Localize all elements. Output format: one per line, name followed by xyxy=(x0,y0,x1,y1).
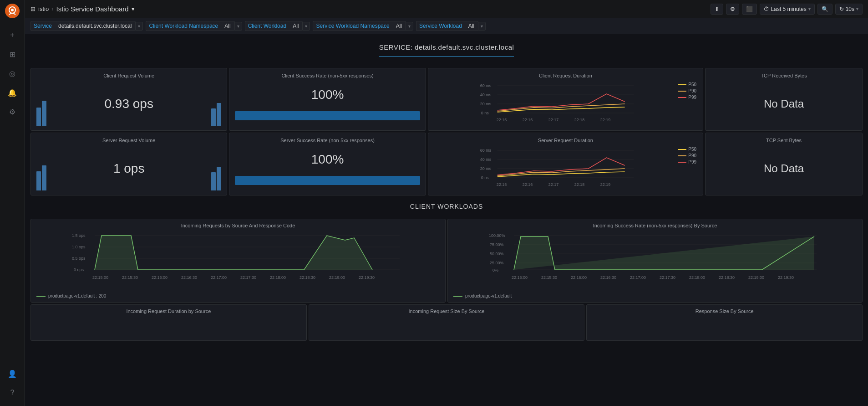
sidebar-item-explore[interactable]: ◎ xyxy=(4,65,20,82)
client-request-volume-value: 0.93 ops xyxy=(104,97,153,111)
refresh-interval-label: 10s xyxy=(846,6,854,12)
service-filter-chevron[interactable]: ▾ xyxy=(136,22,143,31)
client-workload-ns-label: Client Workload Namespace xyxy=(146,21,221,31)
sidebar-item-configuration[interactable]: ⚙ xyxy=(4,103,20,120)
breadcrumb-dashboard: Istio Service Dashboard xyxy=(56,5,128,13)
client-workload-label: Client Workload xyxy=(245,21,289,31)
service-workload-chevron[interactable]: ▾ xyxy=(478,22,486,31)
breadcrumb-app: ⊞ xyxy=(30,5,36,12)
gear-icon: ⚙ xyxy=(730,6,735,12)
response-size-card: Response Size By Source xyxy=(586,304,863,341)
incoming-success-legend-label: productpage-v1.default xyxy=(465,293,512,298)
incoming-requests-title: Incoming Requests by Source And Response… xyxy=(36,223,440,228)
legend-line-p90 xyxy=(678,91,686,92)
client-workload-ns-chevron[interactable]: ▾ xyxy=(235,22,242,31)
sidebar: + ⊞ ◎ 🔔 ⚙ 👤 ? xyxy=(0,0,25,406)
server-request-volume-body: 1 ops xyxy=(36,147,221,190)
time-range-chevron: ▾ xyxy=(808,6,811,11)
refresh-icon: ↻ xyxy=(839,6,844,12)
svg-text:40 ms: 40 ms xyxy=(480,93,491,97)
legend-line-p99 xyxy=(678,97,686,98)
sidebar-item-dashboards[interactable]: ⊞ xyxy=(4,46,20,62)
svg-text:22:19:00: 22:19:00 xyxy=(748,275,764,280)
svg-text:22:15:30: 22:15:30 xyxy=(541,275,557,280)
server-legend-p50: P50 xyxy=(678,147,696,152)
svg-text:0 ns: 0 ns xyxy=(481,111,489,115)
incoming-requests-svg: 1.5 ops 1.0 ops 0.5 ops 0 ops 22:15:00 2… xyxy=(36,231,440,290)
svg-marker-47 xyxy=(95,236,372,270)
spark-bar xyxy=(42,101,46,126)
svg-text:22:17:00: 22:17:00 xyxy=(211,275,227,280)
sidebar-item-alerting[interactable]: 🔔 xyxy=(4,84,20,101)
breadcrumb-separator: › xyxy=(51,5,53,12)
svg-text:60 ms: 60 ms xyxy=(480,148,491,153)
time-range-button[interactable]: ⏱ Last 5 minutes ▾ xyxy=(760,4,815,15)
clock-icon: ⏱ xyxy=(764,6,769,12)
svg-text:50.00%: 50.00% xyxy=(490,252,504,256)
sidebar-item-user[interactable]: 👤 xyxy=(4,365,20,382)
settings-button[interactable]: ⚙ xyxy=(726,4,739,15)
server-legend-p99: P99 xyxy=(678,159,696,164)
svg-text:22:15: 22:15 xyxy=(496,182,507,187)
svg-text:22:18:00: 22:18:00 xyxy=(689,275,705,280)
server-request-volume-title: Server Request Volume xyxy=(36,138,221,143)
spark-bar xyxy=(217,103,221,126)
client-duration-svg: 60 ms 40 ms 20 ms 0 ns 22:15 22:16 22:17… xyxy=(434,81,697,124)
dashboard-menu-chevron[interactable]: ▾ xyxy=(132,5,135,12)
server-request-duration-title: Server Request Duration xyxy=(434,138,697,143)
dashboard-content: SERVICE: details.default.svc.cluster.loc… xyxy=(25,34,868,406)
tcp-received-body: No Data xyxy=(711,82,857,126)
incoming-requests-legend-label: productpage-v1.default : 200 xyxy=(48,293,106,298)
tv-icon: ⬛ xyxy=(746,6,753,12)
svg-marker-68 xyxy=(514,236,814,270)
service-workload-ns-chevron[interactable]: ▾ xyxy=(406,22,413,31)
svg-point-2 xyxy=(11,9,14,11)
incoming-success-legend: productpage-v1.default xyxy=(453,293,857,298)
client-workload-ns-value[interactable]: All xyxy=(221,21,234,31)
server-legend-label-p99: P99 xyxy=(688,159,696,164)
legend-p50: P50 xyxy=(678,82,696,87)
share-button[interactable]: ⬆ xyxy=(711,4,723,15)
svg-text:0 ns: 0 ns xyxy=(481,175,489,180)
svg-text:22:16:30: 22:16:30 xyxy=(600,275,616,280)
svg-text:20 ms: 20 ms xyxy=(480,166,491,171)
search-button[interactable]: 🔍 xyxy=(817,4,832,15)
incoming-requests-card: Incoming Requests by Source And Response… xyxy=(30,219,446,303)
tcp-sent-title: TCP Sent Bytes xyxy=(711,138,857,143)
tcp-received-title: TCP Received Bytes xyxy=(711,73,857,78)
svg-text:22:17: 22:17 xyxy=(548,182,558,187)
server-legend-line-p99 xyxy=(678,162,686,163)
server-request-volume-value: 1 ops xyxy=(113,161,145,176)
tcp-sent-card: TCP Sent Bytes No Data xyxy=(705,133,863,195)
client-request-duration-title: Client Request Duration xyxy=(434,73,697,78)
main-content: ⊞ istio › Istio Service Dashboard ▾ ⬆ ⚙ … xyxy=(25,0,868,406)
svg-text:20 ms: 20 ms xyxy=(480,102,491,106)
tcp-sent-body: No Data xyxy=(711,147,857,190)
success-legend-green-line xyxy=(453,296,462,297)
service-workload-ns-value[interactable]: All xyxy=(392,21,406,31)
svg-text:22:18: 22:18 xyxy=(574,118,584,122)
legend-p90: P90 xyxy=(678,88,696,93)
server-legend-line-p50 xyxy=(678,149,686,150)
tcp-received-card: TCP Received Bytes No Data xyxy=(705,68,863,131)
client-workload-chevron[interactable]: ▾ xyxy=(303,22,310,31)
svg-text:22:18: 22:18 xyxy=(574,182,584,187)
svg-text:0 ops: 0 ops xyxy=(74,267,84,272)
spark-bar xyxy=(211,172,216,190)
service-filter-value[interactable]: details.default.svc.cluster.local xyxy=(55,21,136,31)
incoming-duration-title: Incoming Request Duration by Source xyxy=(36,308,301,314)
tv-mode-button[interactable]: ⬛ xyxy=(742,4,757,15)
sidebar-item-create[interactable]: + xyxy=(4,27,20,43)
service-workload-value[interactable]: All xyxy=(465,21,478,31)
svg-text:22:16: 22:16 xyxy=(522,182,533,187)
legend-line-p50 xyxy=(678,84,686,85)
sidebar-item-help[interactable]: ? xyxy=(4,385,20,401)
refresh-button[interactable]: ↻ 10s ▾ xyxy=(835,4,863,15)
service-workload-group: Service Workload All ▾ xyxy=(416,21,486,31)
server-success-rate-card: Server Success Rate (non-5xx responses) … xyxy=(229,133,426,195)
spark-bar xyxy=(36,171,41,190)
client-metrics-row: Client Request Volume 0.93 ops Client Su… xyxy=(30,68,863,131)
client-workload-value[interactable]: All xyxy=(289,21,303,31)
service-workload-ns-group: Service Workload Namespace All ▾ xyxy=(313,21,413,31)
svg-text:22:15:00: 22:15:00 xyxy=(512,275,528,280)
